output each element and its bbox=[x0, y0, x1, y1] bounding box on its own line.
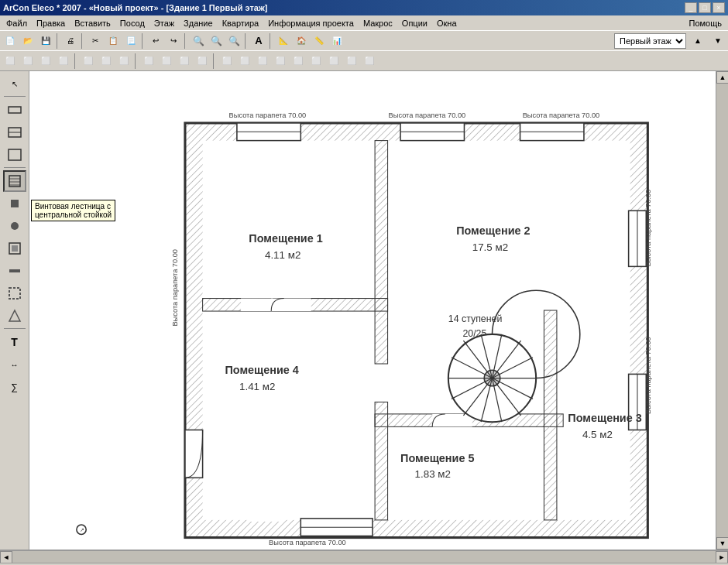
lt-wall2[interactable] bbox=[3, 122, 26, 143]
menu-insert[interactable]: Вставить bbox=[70, 17, 115, 29]
tb2-16[interactable]: ⬜ bbox=[290, 53, 307, 70]
tb-copy[interactable]: 📋 bbox=[105, 33, 122, 50]
menu-view[interactable]: Посод bbox=[115, 17, 149, 29]
svg-text:Высота парапета 70.00: Высота парапета 70.00 bbox=[269, 539, 346, 546]
tb-text[interactable]: A bbox=[250, 33, 267, 50]
tb-new[interactable]: 📄 bbox=[2, 33, 19, 50]
tb-sep-3 bbox=[142, 33, 145, 49]
svg-rect-25 bbox=[249, 505, 280, 522]
tb2-7[interactable]: ⬜ bbox=[115, 53, 132, 70]
tb2-5[interactable]: ⬜ bbox=[80, 53, 97, 70]
tb-chart[interactable]: 📊 bbox=[328, 33, 345, 50]
scroll-up-button[interactable]: ▲ bbox=[716, 71, 728, 84]
tb2-1[interactable]: ⬜ bbox=[2, 53, 19, 70]
menu-macro[interactable]: Макрос bbox=[359, 17, 397, 29]
menu-file[interactable]: Файл bbox=[2, 17, 32, 29]
minimize-button[interactable]: _ bbox=[685, 2, 697, 13]
tb2-15[interactable]: ⬜ bbox=[272, 53, 289, 70]
lt-pointer[interactable]: ↖ bbox=[3, 73, 26, 94]
tb-undo[interactable]: ↩ bbox=[147, 33, 164, 50]
tb-save[interactable]: 💾 bbox=[37, 33, 54, 50]
svg-text:Помещение 5: Помещение 5 bbox=[400, 452, 474, 464]
menu-edit[interactable]: Правка bbox=[32, 17, 70, 29]
lt-col4[interactable] bbox=[3, 260, 26, 282]
lt-wall[interactable] bbox=[3, 99, 26, 121]
lt-sep-2 bbox=[4, 167, 26, 169]
tb2-3[interactable]: ⬜ bbox=[37, 53, 54, 70]
bottom-scrollbar[interactable]: ◄ ► bbox=[0, 550, 728, 563]
right-scrollbar[interactable]: ▲ ▼ bbox=[716, 71, 728, 550]
svg-text:Помещение 1: Помещение 1 bbox=[249, 232, 322, 245]
tb-sep-1 bbox=[57, 33, 60, 49]
svg-rect-12 bbox=[9, 269, 20, 272]
lt-stair[interactable] bbox=[3, 170, 26, 192]
scroll-left-button[interactable]: ◄ bbox=[0, 551, 12, 563]
tb-sep-4 bbox=[184, 33, 187, 49]
scroll-right-button[interactable]: ► bbox=[716, 551, 728, 563]
menu-help[interactable]: Помощь bbox=[685, 17, 727, 29]
svg-text:Высота парапета 70.00: Высота парапета 70.00 bbox=[523, 111, 600, 119]
tb-cut[interactable]: ✂ bbox=[87, 33, 104, 50]
floor-select[interactable]: Первый этаж bbox=[614, 33, 686, 49]
tb-open[interactable]: 📂 bbox=[19, 33, 36, 50]
menu-info[interactable]: Информация проекта bbox=[263, 17, 359, 29]
svg-text:Высота парапета 70.00: Высота парапета 70.00 bbox=[644, 190, 652, 267]
tb2-20[interactable]: ⬜ bbox=[361, 53, 378, 70]
tb-zoom-out[interactable]: 🔍 bbox=[208, 33, 225, 50]
tb-measure[interactable]: 📐 bbox=[275, 33, 292, 50]
tb2-17[interactable]: ⬜ bbox=[307, 53, 325, 70]
tb2-13[interactable]: ⬜ bbox=[236, 53, 253, 70]
scroll-down-button[interactable]: ▼ bbox=[716, 537, 728, 550]
svg-rect-39 bbox=[185, 430, 203, 478]
tb-floor-down[interactable]: ▼ bbox=[709, 33, 726, 50]
window-controls[interactable]: _ □ × bbox=[685, 2, 725, 13]
menu-floor[interactable]: Этаж bbox=[149, 17, 179, 29]
lt-sym[interactable]: ∑ bbox=[3, 376, 26, 398]
maximize-button[interactable]: □ bbox=[699, 2, 711, 13]
tb-redo[interactable]: ↪ bbox=[165, 33, 182, 50]
left-toolbar: ↖ bbox=[0, 71, 29, 550]
menu-apartment[interactable]: Квартира bbox=[218, 17, 264, 29]
tb2-8[interactable]: ⬜ bbox=[140, 53, 157, 70]
lt-col3[interactable] bbox=[3, 238, 26, 259]
tb2-6[interactable]: ⬜ bbox=[98, 53, 115, 70]
tb-plan[interactable]: 📏 bbox=[311, 33, 328, 50]
lt-col1[interactable] bbox=[3, 193, 26, 214]
tb2-18[interactable]: ⬜ bbox=[325, 53, 342, 70]
lt-text[interactable]: T bbox=[3, 331, 26, 353]
lt-col6[interactable] bbox=[3, 305, 26, 327]
horizontal-scroll-track[interactable] bbox=[12, 551, 716, 563]
canvas-area[interactable]: Помещение 1 4.11 м2 Помещение 2 17.5 м2 … bbox=[29, 71, 716, 550]
lt-col2[interactable] bbox=[3, 215, 26, 237]
tb2-2[interactable]: ⬜ bbox=[19, 53, 36, 70]
svg-rect-26 bbox=[432, 414, 472, 426]
tb-3d[interactable]: 🏠 bbox=[293, 33, 310, 50]
title-text: ArCon Eleco * 2007 - «Новый проект» - [З… bbox=[3, 3, 267, 12]
lt-col5[interactable] bbox=[3, 282, 26, 304]
tb2-4[interactable]: ⬜ bbox=[55, 53, 72, 70]
close-button[interactable]: × bbox=[713, 2, 725, 13]
tb-print[interactable]: 🖨 bbox=[62, 33, 79, 50]
menu-building[interactable]: Здание bbox=[179, 17, 218, 29]
svg-rect-3 bbox=[9, 149, 21, 160]
lt-room[interactable] bbox=[3, 144, 26, 166]
tb-sep-5 bbox=[245, 33, 248, 49]
svg-text:Высота парапета 70.00: Высота парапета 70.00 bbox=[644, 337, 652, 414]
svg-point-9 bbox=[11, 222, 19, 230]
tb2-19[interactable]: ⬜ bbox=[343, 53, 360, 70]
scroll-track[interactable] bbox=[716, 84, 728, 537]
tb-zoom-in[interactable]: 🔍 bbox=[190, 33, 207, 50]
menu-options[interactable]: Опции bbox=[397, 17, 432, 29]
tb-floor-up[interactable]: ▲ bbox=[689, 33, 706, 50]
tb-zoom-fit[interactable]: 🔍 bbox=[225, 33, 242, 50]
tb2-9[interactable]: ⬜ bbox=[158, 53, 175, 70]
tb2-11[interactable]: ⬜ bbox=[194, 53, 211, 70]
tb2-14[interactable]: ⬜ bbox=[254, 53, 271, 70]
svg-rect-23 bbox=[271, 299, 311, 311]
tb2-10[interactable]: ⬜ bbox=[176, 53, 193, 70]
svg-text:1.83 м2: 1.83 м2 bbox=[415, 468, 451, 480]
lt-dim[interactable]: ↔ bbox=[3, 354, 26, 375]
tb-paste[interactable]: 📃 bbox=[122, 33, 139, 50]
menu-windows[interactable]: Окна bbox=[432, 17, 462, 29]
tb2-12[interactable]: ⬜ bbox=[218, 53, 235, 70]
